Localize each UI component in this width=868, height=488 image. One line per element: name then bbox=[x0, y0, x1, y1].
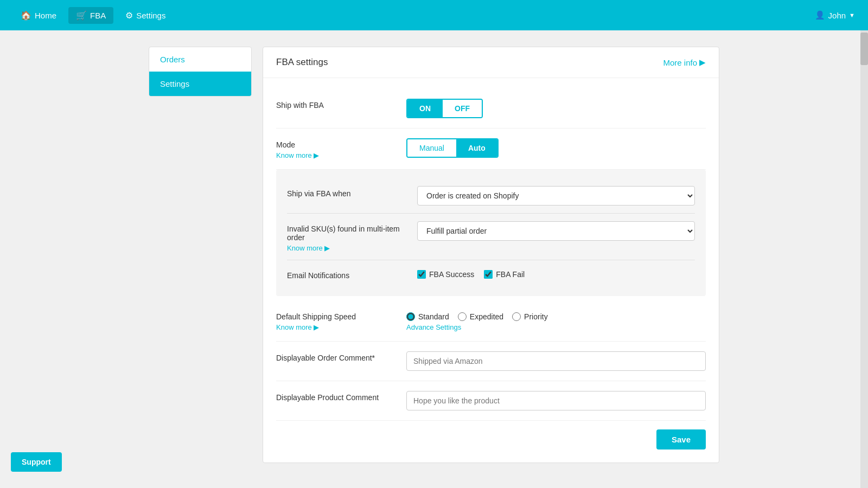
panel-body: Ship with FBA ON OFF Mode Know more ▶ bbox=[263, 78, 719, 463]
order-comment-control bbox=[406, 351, 706, 371]
email-notifications-row: Email Notifications FBA Success FBA Fail bbox=[287, 260, 695, 287]
gear-icon: ⚙ bbox=[125, 10, 133, 21]
fba-fail-label: FBA Fail bbox=[496, 270, 525, 279]
nav-settings-label: Settings bbox=[136, 11, 165, 20]
order-comment-row: Displayable Order Comment* bbox=[276, 342, 706, 381]
toggle-on-button[interactable]: ON bbox=[407, 100, 443, 117]
nav-settings[interactable]: ⚙ Settings bbox=[118, 7, 173, 24]
shipping-speed-control: Standard Expedited Priority Advance Sett… bbox=[406, 310, 706, 331]
radio-expedited[interactable] bbox=[458, 312, 467, 321]
product-comment-row: Displayable Product Comment bbox=[276, 381, 706, 421]
cart-icon: 🛒 bbox=[76, 10, 87, 21]
ship-via-label: Ship via FBA when bbox=[287, 186, 406, 198]
invalid-sku-select[interactable]: Fulfill partial order Do not fulfill Ful… bbox=[417, 221, 695, 241]
ship-fba-toggle-group: ON OFF bbox=[406, 99, 483, 118]
radio-standard[interactable] bbox=[406, 312, 415, 321]
auto-section: Ship via FBA when Order is created on Sh… bbox=[276, 170, 706, 296]
nav-left: 🏠 Home 🛒 FBA ⚙ Settings bbox=[13, 7, 173, 24]
product-comment-control bbox=[406, 391, 706, 410]
more-info-chevron-icon: ▶ bbox=[699, 57, 706, 67]
shipping-know-more-link[interactable]: Know more ▶ bbox=[276, 323, 395, 331]
order-comment-input[interactable] bbox=[406, 351, 706, 371]
mode-toggle-group: Manual Auto bbox=[406, 138, 499, 158]
user-label: John bbox=[828, 11, 846, 20]
mode-auto-button[interactable]: Auto bbox=[456, 139, 497, 157]
mode-label: Mode Know more ▶ bbox=[276, 138, 395, 159]
invalid-sku-label: Invalid SKU(s) found in multi-item order… bbox=[287, 221, 406, 252]
save-button-row: Save bbox=[276, 421, 706, 450]
radio-priority[interactable] bbox=[512, 312, 521, 321]
panel-title: FBA settings bbox=[276, 57, 328, 68]
order-comment-label: Displayable Order Comment* bbox=[276, 351, 395, 362]
home-icon: 🏠 bbox=[21, 10, 31, 21]
sidebar: Orders Settings bbox=[149, 47, 252, 97]
scrollbar-track[interactable] bbox=[860, 30, 868, 488]
nav-home[interactable]: 🏠 Home bbox=[13, 7, 64, 24]
panel-header: FBA settings More info ▶ bbox=[263, 47, 719, 78]
product-comment-label: Displayable Product Comment bbox=[276, 391, 395, 402]
invalid-sku-know-more-link[interactable]: Know more ▶ bbox=[287, 244, 406, 252]
nav-user[interactable]: 👤 John ▼ bbox=[815, 10, 855, 20]
shipping-speed-label: Default Shipping Speed Know more ▶ bbox=[276, 310, 395, 331]
mode-know-more-link[interactable]: Know more ▶ bbox=[276, 151, 395, 159]
navbar: 🏠 Home 🛒 FBA ⚙ Settings 👤 John ▼ bbox=[0, 0, 868, 30]
main-panel: FBA settings More info ▶ Ship with FBA O… bbox=[263, 47, 719, 463]
user-chevron-icon: ▼ bbox=[849, 12, 855, 18]
shipping-speed-radio-group: Standard Expedited Priority bbox=[406, 310, 706, 321]
user-icon: 👤 bbox=[815, 10, 825, 20]
invalid-sku-control: Fulfill partial order Do not fulfill Ful… bbox=[417, 221, 695, 241]
fba-success-checkbox-label[interactable]: FBA Success bbox=[417, 270, 474, 279]
nav-fba-label: FBA bbox=[90, 11, 106, 20]
page-body: Orders Settings FBA settings More info ▶… bbox=[136, 30, 732, 479]
fba-success-checkbox[interactable] bbox=[417, 270, 426, 279]
ship-via-control: Order is created on Shopify Order is pai… bbox=[417, 186, 695, 206]
save-button[interactable]: Save bbox=[656, 429, 706, 450]
fba-fail-checkbox[interactable] bbox=[484, 270, 493, 279]
support-button[interactable]: Support bbox=[11, 452, 62, 472]
invalid-sku-row: Invalid SKU(s) found in multi-item order… bbox=[287, 214, 695, 260]
email-notifications-control: FBA Success FBA Fail bbox=[417, 268, 695, 279]
mode-manual-button[interactable]: Manual bbox=[407, 139, 456, 157]
checkbox-group: FBA Success FBA Fail bbox=[417, 268, 695, 279]
radio-standard-label[interactable]: Standard bbox=[406, 312, 449, 321]
shipping-speed-row: Default Shipping Speed Know more ▶ Stand… bbox=[276, 300, 706, 342]
ship-with-fba-row: Ship with FBA ON OFF bbox=[276, 89, 706, 129]
more-info-link[interactable]: More info ▶ bbox=[663, 57, 706, 67]
nav-fba[interactable]: 🛒 FBA bbox=[68, 7, 113, 24]
ship-via-select[interactable]: Order is created on Shopify Order is pai… bbox=[417, 186, 695, 206]
ship-with-fba-control: ON OFF bbox=[406, 99, 706, 118]
mode-control: Manual Auto bbox=[406, 138, 706, 158]
radio-priority-label[interactable]: Priority bbox=[512, 312, 548, 321]
ship-via-row: Ship via FBA when Order is created on Sh… bbox=[287, 178, 695, 214]
email-notifications-label: Email Notifications bbox=[287, 268, 406, 280]
scrollbar-thumb[interactable] bbox=[860, 33, 868, 65]
radio-expedited-label[interactable]: Expedited bbox=[458, 312, 503, 321]
nav-home-label: Home bbox=[35, 11, 56, 20]
ship-with-fba-label: Ship with FBA bbox=[276, 99, 395, 110]
toggle-off-button[interactable]: OFF bbox=[443, 100, 482, 117]
fba-fail-checkbox-label[interactable]: FBA Fail bbox=[484, 270, 525, 279]
product-comment-input[interactable] bbox=[406, 391, 706, 410]
advance-settings-link[interactable]: Advance Settings bbox=[406, 323, 706, 331]
mode-row: Mode Know more ▶ Manual Auto bbox=[276, 129, 706, 170]
fba-success-label: FBA Success bbox=[429, 270, 474, 279]
sidebar-item-orders[interactable]: Orders bbox=[149, 47, 251, 72]
sidebar-item-settings[interactable]: Settings bbox=[149, 72, 251, 96]
